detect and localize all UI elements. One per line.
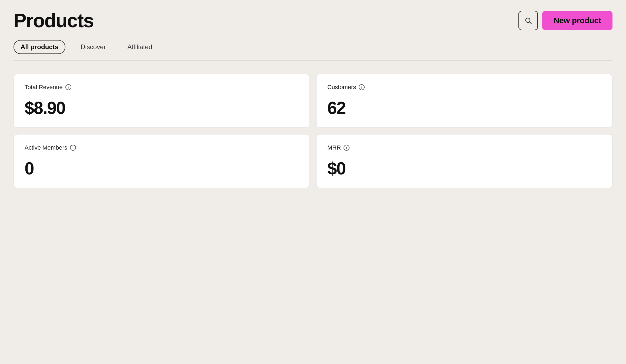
stat-label-row: MRR i <box>327 144 601 151</box>
stat-label-row: Active Members i <box>25 144 299 151</box>
stat-value-customers: 62 <box>327 99 601 117</box>
header-actions: New product <box>518 11 612 30</box>
stats-grid: Total Revenue i $8.90 Customers i 62 Act… <box>14 74 612 188</box>
info-icon-customers[interactable]: i <box>359 84 365 90</box>
search-button[interactable] <box>518 11 538 30</box>
stat-value-active-members: 0 <box>25 160 299 177</box>
page-title: Products <box>14 11 94 30</box>
info-icon-mrr[interactable]: i <box>344 145 349 151</box>
stat-label-mrr: MRR <box>327 144 341 151</box>
search-icon <box>524 17 532 24</box>
tab-all-products[interactable]: All products <box>14 40 65 54</box>
page-header: Products New product <box>14 11 612 30</box>
new-product-button[interactable]: New product <box>542 11 612 30</box>
tab-nav: All products Discover Affiliated <box>14 40 612 54</box>
stat-card-total-revenue: Total Revenue i $8.90 <box>14 74 310 128</box>
stat-value-total-revenue: $8.90 <box>25 99 299 117</box>
stat-label-row: Customers i <box>327 84 601 91</box>
stat-card-active-members: Active Members i 0 <box>14 134 310 188</box>
stat-value-mrr: $0 <box>327 160 601 177</box>
stat-label-total-revenue: Total Revenue <box>25 84 63 91</box>
tab-discover[interactable]: Discover <box>74 41 112 53</box>
divider <box>14 60 612 61</box>
tab-affiliated[interactable]: Affiliated <box>121 41 159 53</box>
stat-label-customers: Customers <box>327 84 356 91</box>
stat-label-active-members: Active Members <box>25 144 67 151</box>
stat-card-mrr: MRR i $0 <box>316 134 612 188</box>
svg-line-1 <box>530 22 531 23</box>
info-icon-active-members[interactable]: i <box>70 145 76 151</box>
stat-label-row: Total Revenue i <box>25 84 299 91</box>
stat-card-customers: Customers i 62 <box>316 74 612 128</box>
info-icon-total-revenue[interactable]: i <box>65 84 71 90</box>
